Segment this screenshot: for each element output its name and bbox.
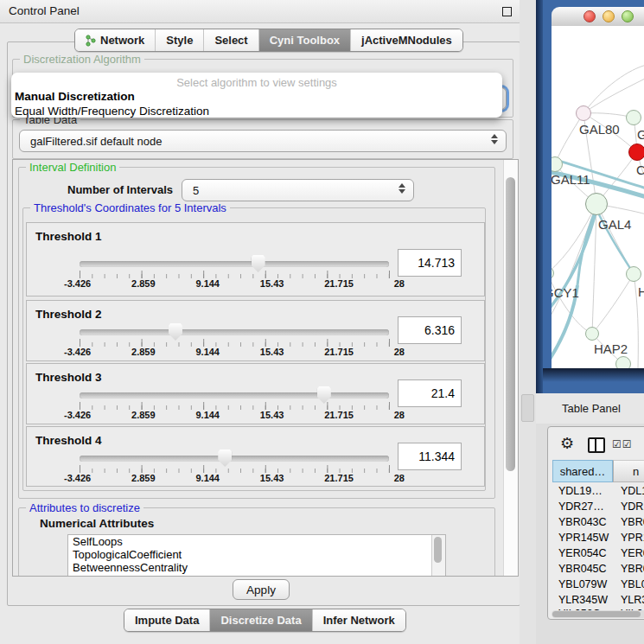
slider-tick-labels: -3.426 2.859 9.144 15.43 21.715 28 <box>64 473 405 483</box>
list-scrollbar[interactable] <box>431 535 445 577</box>
network-node-hap2[interactable] <box>585 327 599 341</box>
table-row[interactable]: YBL079WYBL0 <box>552 577 644 593</box>
node-label-gcy1: GCY1 <box>552 285 579 300</box>
network-window-titlebar[interactable] <box>552 7 644 27</box>
column-header-shared-name[interactable]: shared… <box>552 460 613 482</box>
combo-arrows-icon <box>491 134 498 144</box>
slider-ticks <box>80 465 390 473</box>
table-horizontal-scrollbar-thumb[interactable] <box>552 611 641 617</box>
table-row[interactable]: YPR145WYPR1 <box>552 531 644 546</box>
table-panel-title: Table Panel <box>562 402 621 415</box>
threshold-3-panel: Threshold 3 -3.426 2.859 9.144 15.43 21.… <box>26 363 485 424</box>
network-node[interactable] <box>626 110 641 125</box>
threshold-3-value-field[interactable] <box>398 379 462 407</box>
table-row[interactable]: YBR043CYBR0 <box>552 515 644 531</box>
network-canvas[interactable]: GAL80 GA C GAL11 GAL4 GCY1 H HAP2 <box>552 26 644 368</box>
thresholds-group: Threshold's Coordinates for 5 Intervals … <box>22 207 486 491</box>
threshold-4-slider[interactable] <box>80 456 389 462</box>
attributes-group: Attributes to discretize Numerical Attri… <box>18 507 495 577</box>
table-row[interactable]: YER054CYER0 <box>552 546 644 562</box>
network-node[interactable] <box>615 356 631 368</box>
list-item-betweennesscentrality[interactable]: BetweennessCentrality <box>68 561 445 574</box>
slider-tick-labels: -3.426 2.859 9.144 15.43 21.715 28 <box>64 278 405 289</box>
control-panel-tabbar: Network Style Select Cyni Toolbox jActiv… <box>74 29 463 52</box>
column-selector-icon[interactable] <box>588 437 605 453</box>
settings-scrollbar[interactable] <box>503 160 518 576</box>
tab-select[interactable]: Select <box>204 29 258 51</box>
thresholds-group-title: Threshold's Coordinates for 5 Intervals <box>30 201 230 214</box>
panel-title: Control Panel <box>9 4 80 17</box>
threshold-3-slider[interactable] <box>80 392 389 399</box>
node-label-partial-ga: GA <box>637 127 644 142</box>
threshold-2-slider[interactable] <box>80 329 389 335</box>
tab-discretize-data[interactable]: Discretize Data <box>210 609 312 631</box>
threshold-2-value-field[interactable] <box>398 316 462 344</box>
number-of-intervals-label: Number of Intervals <box>67 183 173 196</box>
tab-infer-network[interactable]: Infer Network <box>313 609 405 631</box>
table-row[interactable]: YDL19…YDL1 <box>552 484 644 500</box>
table-panel-body: ⚙ ☑☑ shared… n YDL19…YDL1 YDR27…YDR2 YBR… <box>536 424 644 644</box>
table-row[interactable]: YBR045CYBR0 <box>552 562 644 577</box>
tab-network-label: Network <box>100 34 144 47</box>
float-window-icon[interactable] <box>502 7 512 16</box>
network-node-selected-red[interactable] <box>628 143 644 161</box>
control-panel-titlebar: Control Panel ✕ <box>0 0 536 23</box>
threshold-2-slider-thumb[interactable] <box>169 323 182 341</box>
node-label-gal80: GAL80 <box>579 122 620 137</box>
network-node[interactable] <box>626 266 641 282</box>
tab-network[interactable]: Network <box>75 29 156 51</box>
threshold-3-slider-thumb[interactable] <box>317 386 331 404</box>
threshold-1-value-field[interactable] <box>398 249 462 277</box>
table-horizontal-scrollbar[interactable] <box>552 610 644 618</box>
slider-tick-labels: -3.426 2.859 9.144 15.43 21.715 28 <box>64 410 405 420</box>
divider-handle[interactable] <box>521 394 534 422</box>
threshold-1-slider-thumb[interactable] <box>252 255 265 272</box>
threshold-2-label: Threshold 2 <box>35 308 102 321</box>
apply-button[interactable]: Apply <box>233 579 290 600</box>
popup-placeholder: Select algorithm to view settings <box>11 76 502 89</box>
panel-divider[interactable] <box>520 0 536 644</box>
tab-impute-data[interactable]: Impute Data <box>124 609 210 631</box>
popup-option-equal-width[interactable]: Equal Width/Frequency Discretization <box>11 105 502 119</box>
table-data-value: galFiltered.sif default node <box>30 135 162 148</box>
numerical-attributes-list[interactable]: SelfLoops TopologicalCoefficient Between… <box>67 534 446 577</box>
algorithm-group-title: Discretization Algorithm <box>20 53 144 66</box>
column-header-name[interactable]: n <box>613 460 644 482</box>
threshold-1-panel: Threshold 1 -3.426 2.859 9.144 15.43 21.… <box>26 222 485 296</box>
threshold-4-value-field[interactable] <box>398 443 462 470</box>
network-window-bottom-frame <box>543 368 644 393</box>
threshold-1-label: Threshold 1 <box>35 230 102 243</box>
attributes-group-title: Attributes to discretize <box>26 501 143 514</box>
node-table-container: ⚙ ☑☑ shared… n YDL19…YDL1 YDR27…YDR2 YBR… <box>547 426 644 620</box>
threshold-1-slider[interactable] <box>80 261 389 267</box>
table-row[interactable]: YDR27…YDR2 <box>552 500 644 515</box>
gear-icon[interactable]: ⚙ <box>560 434 574 453</box>
threshold-4-slider-thumb[interactable] <box>218 450 232 467</box>
number-of-intervals-value: 5 <box>193 184 199 197</box>
algorithm-dropdown-popup: Select algorithm to view settings Manual… <box>11 73 502 118</box>
node-label-partial-h: H <box>638 284 644 299</box>
list-item-topologicalcoefficient[interactable]: TopologicalCoefficient <box>68 548 445 561</box>
list-item-selfloops[interactable]: SelfLoops <box>68 535 445 548</box>
settings-scrollpane: Interval Definition Number of Intervals … <box>12 159 519 577</box>
table-data-combobox[interactable]: galFiltered.sif default node <box>19 130 507 152</box>
network-node-gal80[interactable] <box>576 105 591 121</box>
number-of-intervals-combobox[interactable]: 5 <box>182 179 414 201</box>
minimize-traffic-light[interactable] <box>603 10 615 22</box>
threshold-4-label: Threshold 4 <box>35 434 102 447</box>
settings-scrollbar-thumb[interactable] <box>506 177 515 471</box>
checkbox-icons[interactable]: ☑☑ <box>612 438 633 450</box>
interval-definition-group: Interval Definition Number of Intervals … <box>18 167 495 499</box>
popup-option-manual-discretization[interactable]: Manual Discretization <box>11 90 502 105</box>
tab-jactivemnodules[interactable]: jActiveMNodules <box>351 29 462 51</box>
close-traffic-light[interactable] <box>583 10 596 22</box>
slider-ticks <box>80 402 390 410</box>
zoom-traffic-light[interactable] <box>622 10 634 22</box>
tab-style[interactable]: Style <box>156 29 204 51</box>
network-node-gal4[interactable] <box>585 193 608 215</box>
cyni-mode-tabbar: Impute Data Discretize Data Infer Networ… <box>124 609 406 632</box>
slider-tick-labels: -3.426 2.859 9.144 15.43 21.715 28 <box>64 347 405 357</box>
combo-arrows-icon <box>399 183 405 194</box>
tab-cyni-toolbox[interactable]: Cyni Toolbox <box>259 29 351 51</box>
network-branch-icon <box>86 35 96 47</box>
